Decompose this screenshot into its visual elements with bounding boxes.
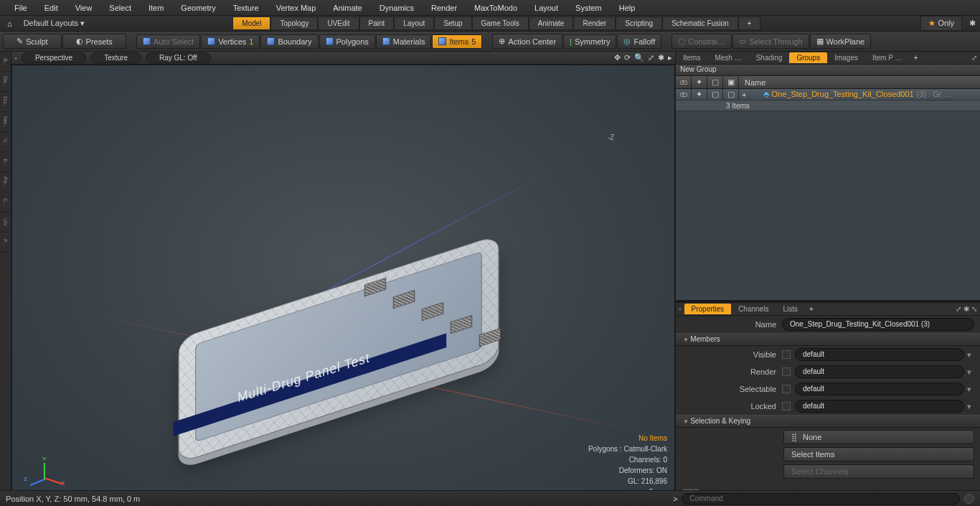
vertices-button[interactable]: Vertices 1 xyxy=(201,34,260,49)
only-button[interactable]: ★ Only xyxy=(920,16,962,31)
tab-schematicfusion[interactable]: Schematic Fusion xyxy=(662,17,738,30)
menu-help[interactable]: Help xyxy=(611,4,644,12)
menu-edit[interactable]: Edit xyxy=(36,4,67,12)
menu-texture[interactable]: Texture xyxy=(225,4,268,12)
menu-animate[interactable]: Animate xyxy=(324,4,370,12)
falloff-button[interactable]: ◎ Falloff xyxy=(617,34,661,49)
locked-dropdown[interactable]: default xyxy=(795,400,964,413)
rtab-mesh[interactable]: Mesh … xyxy=(707,52,748,63)
viewmode-raygl[interactable]: Ray GL: Off xyxy=(146,52,211,63)
constrain-button[interactable]: ▢ Constrai… xyxy=(672,34,732,49)
none-button[interactable]: ⣿None xyxy=(783,430,974,444)
leftstrip-slot[interactable]: Po.. xyxy=(0,172,11,192)
members-section[interactable]: Members xyxy=(676,333,980,346)
col-render-icon[interactable]: ▢ xyxy=(707,76,723,88)
col-lock-icon[interactable]: ✦ xyxy=(692,76,707,88)
ptab-add-icon[interactable]: + xyxy=(805,305,818,313)
default-layouts-dropdown[interactable]: Default Layouts ▾ xyxy=(19,19,90,28)
rtab-items[interactable]: Items xyxy=(676,52,707,63)
sculpt-button[interactable]: ✎ Sculpt xyxy=(3,34,62,49)
menu-dynamics[interactable]: Dynamics xyxy=(371,4,423,12)
menu-vertexmap[interactable]: Vertex Map xyxy=(268,4,325,12)
rtab-groups[interactable]: Groups xyxy=(789,52,827,63)
leftstrip-slot[interactable]: F.. xyxy=(0,233,11,253)
menu-render[interactable]: Render xyxy=(423,4,466,12)
leftstrip-slot[interactable]: V.. xyxy=(0,132,11,152)
col-name[interactable]: Name xyxy=(739,78,980,87)
menu-layout[interactable]: Layout xyxy=(526,4,567,12)
leftstrip-slot[interactable]: E.. xyxy=(0,152,11,172)
tab-layout[interactable]: Layout xyxy=(394,17,434,30)
rtab-shading[interactable]: Shading xyxy=(749,52,790,63)
actioncenter-button[interactable]: ⊕ Action Center xyxy=(492,34,562,49)
ptab-channels[interactable]: Channels xyxy=(731,304,776,314)
expand-icon[interactable]: ⤢ xyxy=(969,54,980,62)
ptab-lists[interactable]: Lists xyxy=(776,304,805,314)
zoom-icon[interactable]: 🔍 xyxy=(634,53,644,62)
leftstrip-slot[interactable]: Du.. xyxy=(0,92,11,112)
tab-gametools[interactable]: Game Tools xyxy=(472,17,529,30)
locked-checkbox[interactable] xyxy=(782,402,791,411)
next-icon[interactable]: ▸ xyxy=(668,53,672,62)
visible-checkbox[interactable] xyxy=(782,350,791,359)
menu-geometry[interactable]: Geometry xyxy=(172,4,224,12)
leftstrip-slot[interactable]: B.. xyxy=(0,52,11,72)
group-item-row[interactable]: ✦ ▢ ▢ + ⬘ One_Step_Drug_Testing_Kit_Clos… xyxy=(676,89,980,100)
name-field[interactable]: One_Step_Drug_Testing_Kit_Closed001 (3) xyxy=(782,318,974,331)
tab-model[interactable]: Model xyxy=(232,17,270,30)
render-checkbox[interactable] xyxy=(782,367,791,376)
rtab-add-icon[interactable]: + xyxy=(909,54,922,62)
menu-file[interactable]: File xyxy=(6,4,36,12)
tab-topology[interactable]: Topology xyxy=(270,17,318,30)
leftstrip-slot[interactable]: C.. xyxy=(0,192,11,212)
leftstrip-slot[interactable]: De.. xyxy=(0,72,11,92)
expand-icon[interactable]: ⤢ ✱ ⤡ xyxy=(953,305,980,313)
menu-view[interactable]: View xyxy=(67,4,101,12)
visible-dropdown[interactable]: default xyxy=(795,348,964,361)
leftstrip-slot[interactable]: Me.. xyxy=(0,112,11,132)
tab-uvedit[interactable]: UVEdit xyxy=(318,17,359,30)
tab-paint[interactable]: Paint xyxy=(359,17,395,30)
menu-maxtomodo[interactable]: MaxToModo xyxy=(466,4,526,12)
maximize-icon[interactable]: ✱ xyxy=(658,53,664,62)
home-icon[interactable]: ⌂ xyxy=(0,19,19,28)
gear-icon[interactable]: ✱ xyxy=(965,17,980,30)
polygons-button[interactable]: Polygons xyxy=(319,34,375,49)
select-channels-button[interactable]: Select Channels xyxy=(783,464,974,479)
fit-icon[interactable]: ⤢ xyxy=(648,53,654,62)
ptab-properties[interactable]: Properties xyxy=(684,304,732,314)
menu-item[interactable]: Item xyxy=(140,4,172,12)
presets-button[interactable]: ◐ Presets xyxy=(62,34,126,49)
menu-select[interactable]: Select xyxy=(100,4,140,12)
viewport-options-icon[interactable]: ◦ xyxy=(14,54,17,62)
3d-viewport[interactable]: -Z Multi-Drug Panel Test No Items Polygo… xyxy=(11,65,675,505)
command-input[interactable] xyxy=(682,493,960,505)
materials-button[interactable]: Materials xyxy=(376,34,432,49)
menu-system[interactable]: System xyxy=(567,4,611,12)
move-icon[interactable]: ✥ xyxy=(614,53,621,62)
tab-animate[interactable]: Animate xyxy=(529,17,574,30)
render-dropdown[interactable]: default xyxy=(795,365,964,378)
tab-render[interactable]: Render xyxy=(573,17,616,30)
workplane-button[interactable]: ▦ WorkPlane xyxy=(810,34,872,49)
nav-gizmo[interactable]: X Y Z xyxy=(27,459,62,495)
tab-scripting[interactable]: Scripting xyxy=(616,17,662,30)
symmetry-button[interactable]: | Symmetry xyxy=(563,34,616,49)
boundary-button[interactable]: Boundary xyxy=(260,34,318,49)
new-group-button[interactable]: New Group xyxy=(676,65,980,76)
items-button[interactable]: Items 5 xyxy=(432,34,482,49)
col-visibility-icon[interactable] xyxy=(676,76,692,88)
col-select-icon[interactable]: ▣ xyxy=(723,76,739,88)
selectable-dropdown[interactable]: default xyxy=(795,383,964,395)
selectable-checkbox[interactable] xyxy=(782,385,791,393)
leftstrip-slot[interactable]: UV xyxy=(0,212,11,233)
tab-setup[interactable]: Setup xyxy=(434,17,471,30)
selection-keying-section[interactable]: Selection & Keying xyxy=(676,415,980,428)
tab-add[interactable]: + xyxy=(738,17,761,30)
viewmode-texture[interactable]: Texture xyxy=(90,52,141,63)
rotate-icon[interactable]: ⟳ xyxy=(624,53,631,62)
rtab-itemp[interactable]: Item P … xyxy=(865,52,910,63)
select-items-button[interactable]: Select Items xyxy=(783,447,974,462)
selectthrough-button[interactable]: ▭ Select Through xyxy=(732,34,809,49)
autoselect-button[interactable]: Auto Select xyxy=(136,34,200,49)
